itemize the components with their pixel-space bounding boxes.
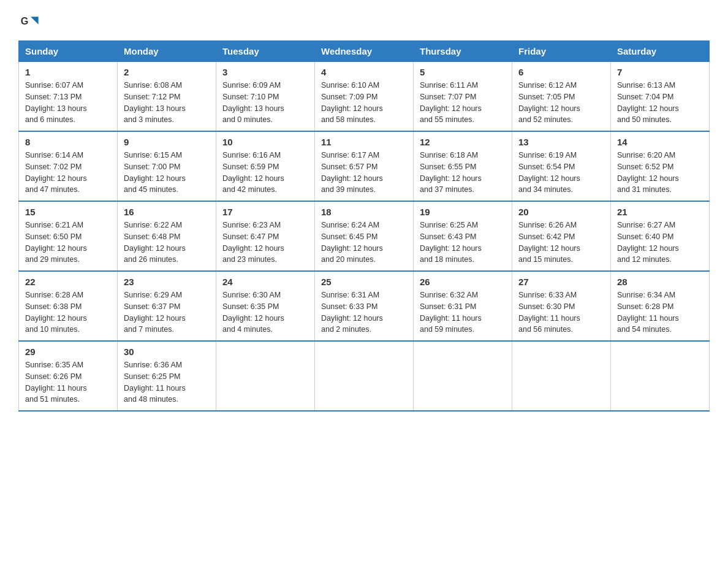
day-info: Sunrise: 6:13 AMSunset: 7:04 PMDaylight:… — [617, 80, 703, 126]
calendar-cell: 2Sunrise: 6:08 AMSunset: 7:12 PMDaylight… — [118, 62, 216, 132]
day-number: 11 — [321, 137, 407, 147]
day-number: 19 — [420, 207, 506, 217]
calendar-week-1: 1Sunrise: 6:07 AMSunset: 7:13 PMDaylight… — [19, 62, 710, 132]
calendar-cell: 22Sunrise: 6:28 AMSunset: 6:38 PMDayligh… — [19, 271, 118, 341]
day-info: Sunrise: 6:29 AMSunset: 6:37 PMDaylight:… — [124, 289, 210, 335]
calendar-cell: 7Sunrise: 6:13 AMSunset: 7:04 PMDaylight… — [611, 62, 710, 132]
day-number: 16 — [124, 207, 210, 217]
day-info: Sunrise: 6:14 AMSunset: 7:02 PMDaylight:… — [25, 150, 111, 196]
calendar-cell — [512, 341, 611, 411]
day-info: Sunrise: 6:34 AMSunset: 6:28 PMDaylight:… — [617, 289, 703, 335]
weekday-header-saturday: Saturday — [611, 41, 710, 62]
calendar-cell: 24Sunrise: 6:30 AMSunset: 6:35 PMDayligh… — [216, 271, 315, 341]
logo-icon: G — [20, 12, 42, 34]
calendar-cell: 26Sunrise: 6:32 AMSunset: 6:31 PMDayligh… — [414, 271, 512, 341]
calendar-cell: 10Sunrise: 6:16 AMSunset: 6:59 PMDayligh… — [216, 131, 315, 201]
day-number: 8 — [25, 137, 111, 147]
day-info: Sunrise: 6:30 AMSunset: 6:35 PMDaylight:… — [222, 289, 308, 335]
day-number: 13 — [518, 137, 604, 147]
day-info: Sunrise: 6:22 AMSunset: 6:48 PMDaylight:… — [124, 220, 210, 266]
day-info: Sunrise: 6:16 AMSunset: 6:59 PMDaylight:… — [222, 150, 308, 196]
calendar-cell: 28Sunrise: 6:34 AMSunset: 6:28 PMDayligh… — [611, 271, 710, 341]
calendar-week-3: 15Sunrise: 6:21 AMSunset: 6:50 PMDayligh… — [19, 201, 710, 271]
day-info: Sunrise: 6:17 AMSunset: 6:57 PMDaylight:… — [321, 150, 407, 196]
calendar-table: SundayMondayTuesdayWednesdayThursdayFrid… — [18, 40, 710, 412]
day-number: 5 — [420, 67, 506, 77]
calendar-week-2: 8Sunrise: 6:14 AMSunset: 7:02 PMDaylight… — [19, 131, 710, 201]
svg-text:G: G — [21, 15, 29, 26]
day-number: 28 — [617, 277, 703, 287]
day-number: 10 — [222, 137, 308, 147]
day-number: 6 — [518, 67, 604, 77]
calendar-cell: 6Sunrise: 6:12 AMSunset: 7:05 PMDaylight… — [512, 62, 611, 132]
day-number: 20 — [518, 207, 604, 217]
calendar-cell: 30Sunrise: 6:36 AMSunset: 6:25 PMDayligh… — [118, 341, 216, 411]
day-info: Sunrise: 6:35 AMSunset: 6:26 PMDaylight:… — [25, 359, 111, 405]
weekday-header-friday: Friday — [512, 41, 611, 62]
calendar-cell: 5Sunrise: 6:11 AMSunset: 7:07 PMDaylight… — [414, 62, 512, 132]
calendar-cell: 8Sunrise: 6:14 AMSunset: 7:02 PMDaylight… — [19, 131, 118, 201]
page-header: G — [18, 12, 710, 34]
calendar-cell: 21Sunrise: 6:27 AMSunset: 6:40 PMDayligh… — [611, 201, 710, 271]
calendar-cell: 23Sunrise: 6:29 AMSunset: 6:37 PMDayligh… — [118, 271, 216, 341]
day-number: 23 — [124, 277, 210, 287]
day-number: 1 — [25, 67, 111, 77]
day-info: Sunrise: 6:20 AMSunset: 6:52 PMDaylight:… — [617, 150, 703, 196]
weekday-header-tuesday: Tuesday — [216, 41, 315, 62]
day-info: Sunrise: 6:32 AMSunset: 6:31 PMDaylight:… — [420, 289, 506, 335]
day-number: 7 — [617, 67, 703, 77]
calendar-cell: 17Sunrise: 6:23 AMSunset: 6:47 PMDayligh… — [216, 201, 315, 271]
day-info: Sunrise: 6:08 AMSunset: 7:12 PMDaylight:… — [124, 80, 210, 126]
day-number: 4 — [321, 67, 407, 77]
day-info: Sunrise: 6:11 AMSunset: 7:07 PMDaylight:… — [420, 80, 506, 126]
day-number: 30 — [124, 347, 210, 357]
calendar-cell: 4Sunrise: 6:10 AMSunset: 7:09 PMDaylight… — [315, 62, 414, 132]
svg-marker-1 — [31, 17, 39, 25]
day-number: 17 — [222, 207, 308, 217]
weekday-header-thursday: Thursday — [414, 41, 512, 62]
day-number: 22 — [25, 277, 111, 287]
day-info: Sunrise: 6:33 AMSunset: 6:30 PMDaylight:… — [518, 289, 604, 335]
day-number: 29 — [25, 347, 111, 357]
day-info: Sunrise: 6:23 AMSunset: 6:47 PMDaylight:… — [222, 220, 308, 266]
calendar-cell — [611, 341, 710, 411]
day-number: 14 — [617, 137, 703, 147]
day-number: 21 — [617, 207, 703, 217]
calendar-cell: 27Sunrise: 6:33 AMSunset: 6:30 PMDayligh… — [512, 271, 611, 341]
day-number: 9 — [124, 137, 210, 147]
weekday-header-wednesday: Wednesday — [315, 41, 414, 62]
day-number: 3 — [222, 67, 308, 77]
day-number: 15 — [25, 207, 111, 217]
calendar-cell: 13Sunrise: 6:19 AMSunset: 6:54 PMDayligh… — [512, 131, 611, 201]
calendar-cell: 25Sunrise: 6:31 AMSunset: 6:33 PMDayligh… — [315, 271, 414, 341]
day-info: Sunrise: 6:31 AMSunset: 6:33 PMDaylight:… — [321, 289, 407, 335]
calendar-cell: 9Sunrise: 6:15 AMSunset: 7:00 PMDaylight… — [118, 131, 216, 201]
calendar-week-4: 22Sunrise: 6:28 AMSunset: 6:38 PMDayligh… — [19, 271, 710, 341]
calendar-cell: 3Sunrise: 6:09 AMSunset: 7:10 PMDaylight… — [216, 62, 315, 132]
day-info: Sunrise: 6:26 AMSunset: 6:42 PMDaylight:… — [518, 220, 604, 266]
calendar-cell: 15Sunrise: 6:21 AMSunset: 6:50 PMDayligh… — [19, 201, 118, 271]
weekday-header-sunday: Sunday — [19, 41, 118, 62]
day-info: Sunrise: 6:25 AMSunset: 6:43 PMDaylight:… — [420, 220, 506, 266]
logo: G — [18, 12, 43, 34]
day-info: Sunrise: 6:36 AMSunset: 6:25 PMDaylight:… — [124, 359, 210, 405]
day-info: Sunrise: 6:09 AMSunset: 7:10 PMDaylight:… — [222, 80, 308, 126]
calendar-cell: 29Sunrise: 6:35 AMSunset: 6:26 PMDayligh… — [19, 341, 118, 411]
day-info: Sunrise: 6:21 AMSunset: 6:50 PMDaylight:… — [25, 220, 111, 266]
calendar-cell: 16Sunrise: 6:22 AMSunset: 6:48 PMDayligh… — [118, 201, 216, 271]
day-info: Sunrise: 6:19 AMSunset: 6:54 PMDaylight:… — [518, 150, 604, 196]
day-info: Sunrise: 6:27 AMSunset: 6:40 PMDaylight:… — [617, 220, 703, 266]
calendar-cell: 14Sunrise: 6:20 AMSunset: 6:52 PMDayligh… — [611, 131, 710, 201]
day-info: Sunrise: 6:12 AMSunset: 7:05 PMDaylight:… — [518, 80, 604, 126]
day-number: 24 — [222, 277, 308, 287]
calendar-cell: 1Sunrise: 6:07 AMSunset: 7:13 PMDaylight… — [19, 62, 118, 132]
day-number: 26 — [420, 277, 506, 287]
day-info: Sunrise: 6:07 AMSunset: 7:13 PMDaylight:… — [25, 80, 111, 126]
weekday-header-monday: Monday — [118, 41, 216, 62]
calendar-cell — [414, 341, 512, 411]
day-number: 2 — [124, 67, 210, 77]
day-number: 27 — [518, 277, 604, 287]
weekday-header-row: SundayMondayTuesdayWednesdayThursdayFrid… — [19, 41, 710, 62]
day-info: Sunrise: 6:24 AMSunset: 6:45 PMDaylight:… — [321, 220, 407, 266]
day-info: Sunrise: 6:18 AMSunset: 6:55 PMDaylight:… — [420, 150, 506, 196]
